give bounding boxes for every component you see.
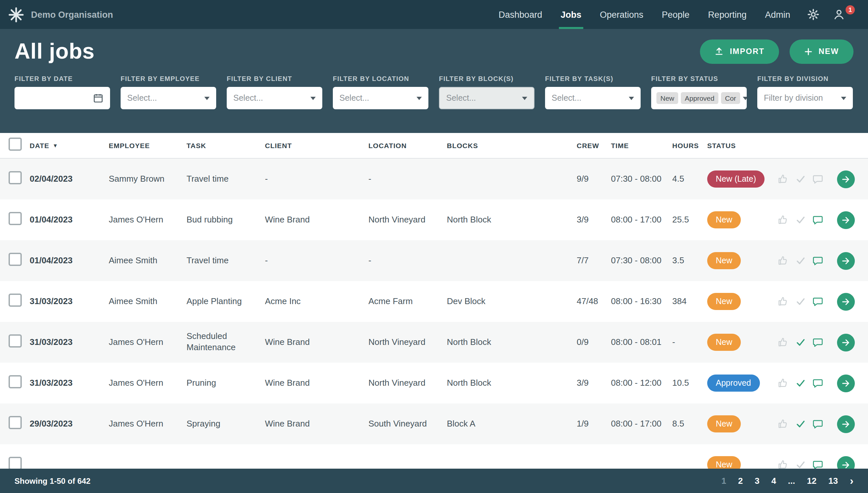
cell-hours: -: [672, 337, 707, 348]
col-time[interactable]: TIME: [611, 142, 672, 149]
check-icon[interactable]: [795, 214, 805, 226]
col-employee[interactable]: EMPLOYEE: [109, 142, 186, 149]
row-checkbox[interactable]: [8, 293, 22, 306]
page-number[interactable]: 2: [738, 476, 743, 486]
nav-item[interactable]: Operations: [590, 0, 652, 29]
page-number[interactable]: 13: [828, 476, 838, 486]
blocks-filter-select[interactable]: Select...: [439, 87, 534, 109]
nav-item[interactable]: Dashboard: [489, 0, 551, 29]
date-filter-input[interactable]: [21, 87, 89, 109]
row-checkbox[interactable]: [8, 252, 22, 265]
nav-item[interactable]: Jobs: [551, 0, 590, 29]
comment-icon[interactable]: [813, 255, 823, 266]
jobs-table-body: 02/04/2023 Sammy Brown Travel time - - 9…: [0, 158, 868, 485]
check-icon[interactable]: [795, 377, 805, 389]
col-location[interactable]: LOCATION: [368, 142, 447, 149]
brand[interactable]: Demo Organisation: [8, 0, 113, 29]
client-filter-select[interactable]: Select...: [227, 87, 322, 109]
status-chip-truncated[interactable]: Cor: [721, 92, 740, 104]
new-button[interactable]: NEW: [790, 39, 853, 64]
status-chip-new[interactable]: New: [657, 92, 678, 104]
col-crew[interactable]: CREW: [577, 142, 611, 149]
col-blocks[interactable]: BLOCKS: [447, 142, 577, 149]
row-checkbox[interactable]: [8, 456, 22, 470]
next-page-chevron[interactable]: ›: [850, 475, 853, 487]
cell-employee: Aimee Smith: [109, 255, 186, 266]
open-job-button[interactable]: [837, 211, 855, 229]
page-number[interactable]: 4: [771, 476, 776, 486]
col-task[interactable]: TASK: [186, 142, 265, 149]
open-job-button[interactable]: [837, 170, 855, 188]
col-hours[interactable]: HOURS: [672, 142, 707, 149]
open-job-button[interactable]: [837, 415, 855, 433]
open-job-button[interactable]: [837, 374, 855, 392]
thumbs-up-icon[interactable]: [778, 336, 788, 348]
upload-icon: [715, 47, 724, 56]
open-job-button[interactable]: [837, 293, 855, 310]
col-date[interactable]: DATE▼: [30, 142, 109, 149]
row-actions: [778, 252, 868, 270]
col-status[interactable]: STATUS: [707, 142, 778, 149]
check-icon[interactable]: [795, 418, 805, 430]
check-icon[interactable]: [795, 296, 805, 307]
nav-item-label: People: [662, 9, 689, 19]
status-filter-select[interactable]: New Approved Cor: [651, 87, 747, 109]
col-date-label: DATE: [30, 142, 49, 149]
calendar-icon[interactable]: [93, 93, 103, 103]
check-icon[interactable]: [795, 336, 805, 348]
thumbs-up-icon[interactable]: [778, 173, 788, 185]
row-checkbox[interactable]: [8, 334, 22, 347]
location-filter-select[interactable]: Select...: [333, 87, 428, 109]
cell-date: 31/03/2023: [30, 378, 109, 389]
open-job-button[interactable]: [837, 334, 855, 351]
comment-icon[interactable]: [813, 296, 823, 307]
page-number[interactable]: 3: [755, 476, 759, 486]
page-number[interactable]: 1: [721, 476, 726, 486]
page-number[interactable]: 12: [807, 476, 816, 486]
nav-item[interactable]: Admin: [755, 0, 800, 29]
status-chip-approved[interactable]: Approved: [681, 92, 719, 104]
employee-filter-select[interactable]: Select...: [121, 87, 216, 109]
user-account-button[interactable]: 1: [827, 0, 856, 29]
row-checkbox[interactable]: [8, 375, 22, 388]
nav-item[interactable]: Reporting: [699, 0, 755, 29]
snowflake-icon: [8, 6, 24, 23]
thumbs-up-icon[interactable]: [778, 214, 788, 226]
row-actions: [778, 170, 868, 188]
import-button[interactable]: IMPORT: [700, 39, 779, 64]
comment-icon[interactable]: [813, 336, 823, 348]
notification-badge[interactable]: 1: [846, 5, 855, 15]
select-all-checkbox[interactable]: [8, 137, 22, 151]
division-filter-placeholder: Filter by division: [764, 93, 823, 103]
row-checkbox[interactable]: [8, 212, 22, 225]
comment-icon[interactable]: [813, 418, 823, 430]
table-row: 31/03/2023 James O'Hern Pruning Wine Bra…: [0, 363, 868, 404]
thumbs-up-icon[interactable]: [778, 296, 788, 307]
comment-icon[interactable]: [813, 377, 823, 389]
filter-location-label: FILTER BY LOCATION: [333, 75, 428, 82]
check-icon[interactable]: [795, 255, 805, 266]
cell-time: 07:30 - 08:00: [611, 173, 672, 185]
division-filter-select[interactable]: Filter by division: [757, 87, 853, 109]
row-checkbox[interactable]: [8, 171, 22, 184]
thumbs-up-icon[interactable]: [778, 377, 788, 389]
settings-gear-icon[interactable]: [800, 0, 827, 29]
page-number[interactable]: ...: [788, 476, 795, 486]
check-icon[interactable]: [795, 173, 805, 185]
filter-blocks-label: FILTER BY BLOCK(S): [439, 75, 534, 82]
nav-item[interactable]: People: [652, 0, 699, 29]
arrow-right-icon: [841, 297, 851, 306]
tasks-filter-select[interactable]: Select...: [545, 87, 641, 109]
nav-item-label: Dashboard: [499, 9, 542, 19]
org-logo-icon: [8, 6, 24, 23]
cell-employee: Sammy Brown: [109, 173, 186, 185]
comment-icon[interactable]: [813, 173, 823, 185]
thumbs-up-icon[interactable]: [778, 255, 788, 266]
row-checkbox[interactable]: [8, 416, 22, 429]
col-client[interactable]: CLIENT: [265, 142, 368, 149]
thumbs-up-icon[interactable]: [778, 418, 788, 430]
table-row: 31/03/2023 Aimee Smith Apple Planting Ac…: [0, 281, 868, 322]
comment-icon[interactable]: [813, 214, 823, 226]
open-job-button[interactable]: [837, 252, 855, 270]
chevron-down-icon: [204, 97, 209, 100]
